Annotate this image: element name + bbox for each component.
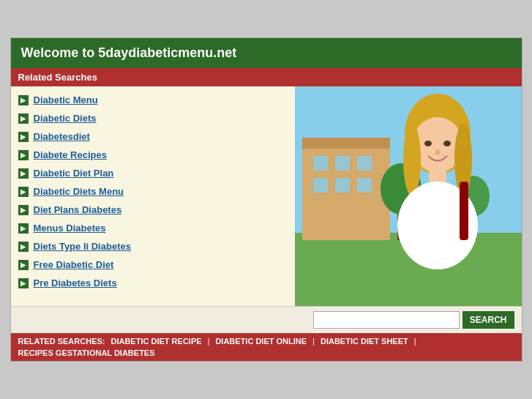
- svg-rect-3: [302, 138, 390, 149]
- link-text: Diet Plans Diabetes: [34, 204, 122, 215]
- link-item[interactable]: ▶Diabete Recipes: [11, 146, 295, 164]
- separator: |: [208, 337, 210, 346]
- arrow-icon: ▶: [18, 113, 29, 124]
- bottom-link-item[interactable]: DIABETIC DIET SHEET: [321, 337, 408, 346]
- separator: |: [312, 337, 315, 346]
- svg-point-21: [424, 141, 432, 146]
- svg-point-22: [443, 141, 451, 146]
- arrow-icon: ▶: [18, 187, 29, 197]
- svg-rect-8: [335, 178, 350, 193]
- search-input[interactable]: [313, 311, 460, 329]
- bottom-link-item[interactable]: DIABETIC DIET ONLINE: [215, 337, 307, 346]
- bottom-bar: RELATED SEARCHES: DIABETIC DIET RECIPE|D…: [11, 333, 522, 361]
- svg-rect-4: [313, 156, 328, 171]
- link-text: Diabetic Diet Plan: [34, 168, 114, 179]
- link-item[interactable]: ▶Pre Diabetes Diets: [11, 274, 295, 292]
- link-item[interactable]: ▶Diabetesdiet: [11, 127, 295, 146]
- link-text: Diabetic Diets Menu: [34, 186, 124, 197]
- link-item[interactable]: ▶Diabetic Diets: [11, 109, 295, 127]
- svg-point-23: [435, 149, 440, 155]
- arrow-icon: ▶: [18, 260, 29, 270]
- link-text: Diabete Recipes: [34, 149, 107, 160]
- link-text: Diabetesdiet: [34, 131, 90, 142]
- separator: |: [414, 337, 416, 346]
- link-text: Free Diabetic Diet: [34, 259, 114, 270]
- arrow-icon: ▶: [18, 95, 29, 105]
- main-content: ▶Diabetic Menu▶Diabetic Diets▶Diabetesdi…: [11, 86, 522, 306]
- arrow-icon: ▶: [18, 205, 29, 215]
- hero-photo: [295, 86, 522, 306]
- svg-rect-9: [357, 178, 372, 193]
- svg-rect-7: [313, 178, 328, 193]
- bottom-link-item[interactable]: DIABETIC DIET RECIPE: [110, 337, 201, 346]
- arrow-icon: ▶: [18, 242, 29, 252]
- arrow-icon: ▶: [18, 132, 29, 142]
- link-item[interactable]: ▶Diets Type Ii Diabetes: [11, 237, 295, 256]
- svg-rect-20: [460, 182, 468, 240]
- link-item[interactable]: ▶Diabetic Menu: [11, 91, 295, 109]
- search-button[interactable]: SEARCH: [462, 311, 514, 329]
- svg-rect-6: [357, 156, 372, 171]
- bottom-bar-label: RELATED SEARCHES:: [18, 337, 105, 346]
- left-panel: ▶Diabetic Menu▶Diabetic Diets▶Diabetesdi…: [11, 86, 295, 306]
- related-searches-label: Related Searches: [18, 72, 97, 83]
- search-bar-row: SEARCH: [11, 306, 522, 333]
- link-text: Menus Diabetes: [34, 223, 106, 234]
- arrow-icon: ▶: [18, 168, 29, 179]
- right-panel: [295, 86, 522, 306]
- related-searches-bar: Related Searches: [11, 68, 522, 86]
- link-item[interactable]: ▶Menus Diabetes: [11, 219, 295, 237]
- link-text: Diets Type Ii Diabetes: [34, 241, 131, 252]
- arrow-icon: ▶: [18, 150, 29, 160]
- link-text: Diabetic Diets: [34, 113, 97, 124]
- link-text: Diabetic Menu: [34, 94, 98, 105]
- link-item[interactable]: ▶Diabetic Diets Menu: [11, 182, 295, 201]
- arrow-icon: ▶: [18, 278, 29, 288]
- link-item[interactable]: ▶Diabetic Diet Plan: [11, 164, 295, 182]
- svg-rect-5: [335, 156, 350, 171]
- bottom-link-item[interactable]: RECIPES GESTATIONAL DIABETES: [18, 348, 155, 357]
- header-bar: Welcome to 5daydiabeticmenu.net: [11, 38, 522, 68]
- svg-point-16: [403, 123, 421, 196]
- header-title: Welcome to 5daydiabeticmenu.net: [21, 45, 237, 60]
- link-item[interactable]: ▶Diet Plans Diabetes: [11, 201, 295, 219]
- link-text: Pre Diabetes Diets: [34, 277, 117, 288]
- arrow-icon: ▶: [18, 223, 29, 234]
- link-item[interactable]: ▶Free Diabetic Diet: [11, 256, 295, 274]
